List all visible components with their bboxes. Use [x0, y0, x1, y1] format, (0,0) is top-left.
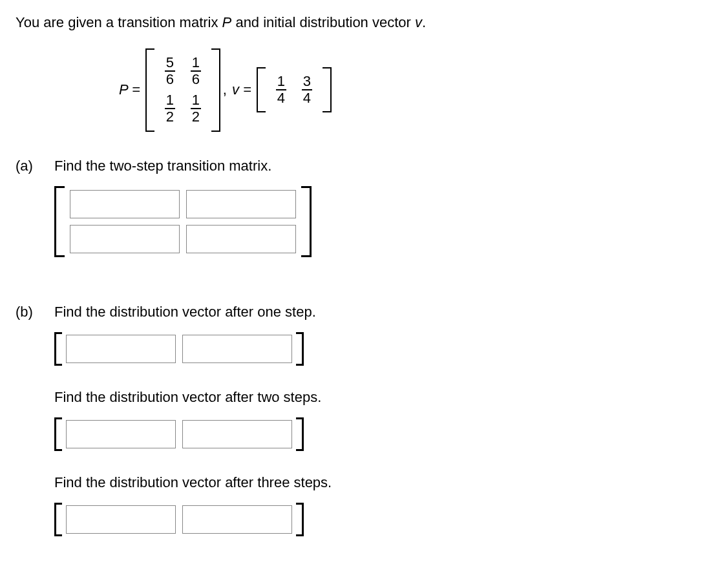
matrix-p-cell: 56: [157, 55, 183, 87]
answer-vector-two-steps: [54, 417, 304, 451]
bracket-right-icon: [211, 48, 220, 132]
matrix-p-cell: 16: [183, 55, 209, 87]
bracket-left-icon: [145, 48, 154, 132]
matrix-definition-row: P = 56 16 12 12: [119, 48, 704, 132]
answer-input-p2-r2c2[interactable]: [186, 225, 296, 253]
answer-input-step2-c2[interactable]: [182, 420, 292, 448]
answer-vector-one-step: [54, 332, 304, 366]
bracket-right-icon: [296, 332, 304, 366]
bracket-left-icon: [54, 503, 62, 536]
answer-input-step1-c1[interactable]: [66, 335, 176, 363]
vector-v-cell: 34: [294, 74, 320, 106]
bracket-right-icon: [296, 503, 304, 536]
answer-vector-three-steps: [54, 503, 304, 536]
part-b: (b) Find the distribution vector after o…: [16, 304, 704, 540]
part-a-label: (a): [16, 158, 54, 280]
vector-v-block: v = 14 34: [232, 67, 332, 112]
answer-matrix-two-step: [54, 186, 312, 257]
intro-text-mid: and initial distribution vector: [231, 14, 415, 30]
answer-input-step1-c2[interactable]: [182, 335, 292, 363]
variable-p: P: [222, 14, 232, 30]
part-b-prompt-two-steps: Find the distribution vector after two s…: [54, 389, 704, 406]
matrix-p: 56 16 12 12: [145, 48, 220, 132]
part-b-prompt-one-step: Find the distribution vector after one s…: [54, 304, 704, 320]
bracket-left-icon: [54, 332, 62, 366]
bracket-right-icon: [323, 67, 332, 112]
answer-input-step3-c2[interactable]: [182, 505, 292, 534]
vector-v: 14 34: [257, 67, 332, 112]
answer-input-p2-r2c1[interactable]: [70, 225, 180, 253]
intro-text-suffix: .: [422, 14, 426, 30]
part-a-prompt: Find the two-step transition matrix.: [54, 158, 704, 174]
p-equals-label: P =: [119, 81, 145, 98]
part-b-prompt-three-steps: Find the distribution vector after three…: [54, 474, 704, 491]
separator-comma: ,: [220, 81, 232, 98]
intro-text-prefix: You are given a transition matrix: [16, 14, 222, 30]
matrix-p-cell: 12: [157, 92, 183, 125]
answer-input-p2-r1c2[interactable]: [186, 190, 296, 218]
bracket-left-icon: [54, 186, 65, 257]
vector-v-cell: 14: [268, 74, 294, 106]
bracket-right-icon: [301, 186, 312, 257]
matrix-p-cell: 12: [183, 92, 209, 125]
bracket-left-icon: [54, 417, 62, 451]
part-a: (a) Find the two-step transition matrix.: [16, 158, 704, 280]
answer-input-step2-c1[interactable]: [66, 420, 176, 448]
answer-input-p2-r1c1[interactable]: [70, 190, 180, 218]
variable-v: v: [415, 14, 422, 30]
part-b-label: (b): [16, 304, 54, 540]
problem-intro: You are given a transition matrix P and …: [16, 13, 704, 33]
matrix-p-block: P = 56 16 12 12: [119, 48, 220, 132]
bracket-left-icon: [257, 67, 266, 112]
v-equals-label: v =: [232, 81, 257, 98]
answer-input-step3-c1[interactable]: [66, 505, 176, 534]
bracket-right-icon: [296, 417, 304, 451]
